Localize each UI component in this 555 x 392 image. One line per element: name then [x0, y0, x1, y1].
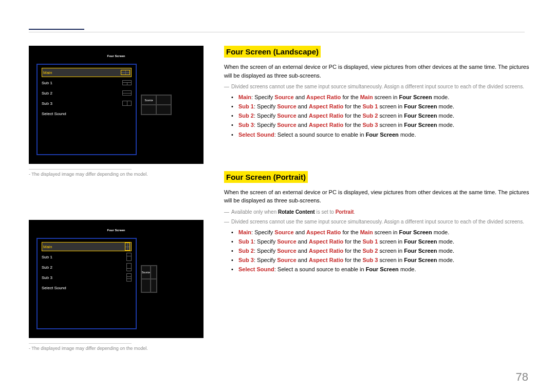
section-four-screen-portrait: Four Screen (Portrait) When the screen o…	[224, 171, 530, 274]
layout-icon	[126, 273, 132, 282]
osd-row-sub1[interactable]: Sub 1	[42, 252, 132, 262]
bullet-list: Main: Specify Source and Aspect Ratio fo…	[224, 92, 530, 139]
list-item: Sub 2: Specify Source and Aspect Ratio f…	[238, 111, 530, 120]
intro-text: When the screen of an external device or…	[224, 63, 530, 80]
header-accent-rule	[29, 29, 84, 30]
page-number: 78	[516, 370, 528, 384]
layout-icon	[122, 101, 132, 106]
osd-tabs: Four Screen	[36, 51, 196, 61]
intro-text: When the screen of an external device or…	[224, 188, 530, 205]
list-item: Sub 2: Specify Source and Aspect Ratio f…	[238, 246, 530, 255]
note-text: Divided screens cannot use the same inpu…	[224, 83, 530, 90]
caption-rule	[29, 169, 132, 170]
layout-icon	[121, 70, 130, 75]
section-title: Four Screen (Landscape)	[224, 46, 321, 58]
layout-icon	[126, 263, 132, 271]
osd-row-sub1[interactable]: Sub 1	[42, 78, 132, 87]
osd-tab-four-screen[interactable]: Four Screen	[107, 229, 125, 232]
osd-panel-portrait: Four Screen Main Sub 1 Sub 2	[29, 220, 203, 338]
osd-row-main[interactable]: Main	[42, 68, 132, 77]
osd-row-sub2[interactable]: Sub 2	[42, 263, 132, 272]
note-text: Divided screens cannot use the same inpu…	[224, 218, 530, 226]
preview-box-portrait: Source	[141, 265, 157, 293]
left-column: Four Screen Main Sub 1 Sub 2	[29, 46, 203, 351]
note-portrait-only: Available only when Rotate Content is se…	[224, 208, 530, 216]
osd-preview: Source	[141, 238, 172, 320]
osd-row-sub3[interactable]: Sub 3	[42, 273, 132, 282]
caption-rule	[29, 343, 132, 344]
osd-panel-landscape: Four Screen Main Sub 1 Sub 2	[29, 46, 203, 164]
list-item: Main: Specify Source and Aspect Ratio fo…	[238, 92, 530, 102]
layout-icon	[122, 80, 132, 85]
list-item: Select Sound: Select a sound source to e…	[238, 265, 530, 274]
list-item: Main: Specify Source and Aspect Ratio fo…	[238, 228, 530, 237]
layout-icon	[125, 242, 130, 251]
section-four-screen-landscape: Four Screen (Landscape) When the screen …	[224, 46, 530, 139]
osd-row-sub3[interactable]: Sub 3	[42, 99, 132, 108]
list-item: Sub 3: Specify Source and Aspect Ratio f…	[238, 255, 530, 265]
osd-tab-four-screen[interactable]: Four Screen	[107, 54, 125, 58]
page: Four Screen Main Sub 1 Sub 2	[0, 0, 555, 351]
image-caption: The displayed image may differ depending…	[29, 172, 203, 177]
section-title: Four Screen (Portrait)	[224, 171, 308, 183]
osd-preview: Source	[141, 64, 172, 146]
osd-row-sub2[interactable]: Sub 2	[42, 88, 132, 98]
preview-box-landscape: Source	[141, 95, 172, 115]
bullet-list: Main: Specify Source and Aspect Ratio fo…	[224, 228, 530, 274]
list-item: Sub 3: Specify Source and Aspect Ratio f…	[238, 120, 530, 129]
header-thin-rule	[29, 32, 525, 32]
osd-row-sound[interactable]: Select Sound	[42, 109, 132, 118]
layout-icon	[122, 90, 132, 96]
osd-list: Main Sub 1 Sub 2 Sub 3	[36, 64, 137, 155]
list-item: Sub 1: Specify Source and Aspect Ratio f…	[238, 237, 530, 246]
list-item: Select Sound: Select a sound source to e…	[238, 130, 530, 139]
layout-icon	[126, 253, 132, 261]
osd-list: Main Sub 1 Sub 2 Sub 3	[36, 238, 137, 329]
right-column: Four Screen (Landscape) When the screen …	[224, 46, 530, 351]
image-caption: The displayed image may differ depending…	[29, 346, 203, 351]
list-item: Sub 1: Specify Source and Aspect Ratio f…	[238, 102, 530, 111]
osd-row-main[interactable]: Main	[42, 242, 132, 251]
osd-tabs: Four Screen	[36, 226, 196, 235]
osd-row-sound[interactable]: Select Sound	[42, 283, 132, 292]
